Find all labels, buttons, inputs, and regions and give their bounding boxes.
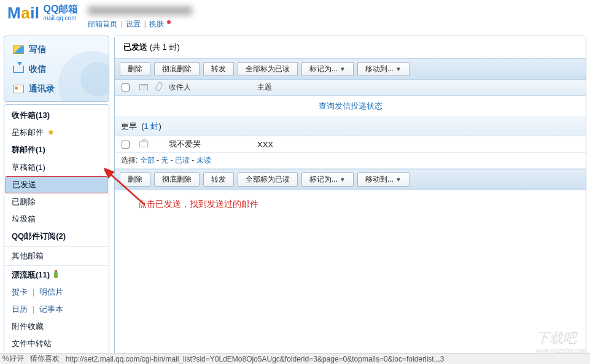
nav-sep: | [121,20,123,28]
sidebar-item-drafts[interactable]: 草稿箱(1) [4,159,109,176]
sidebar-item-drift[interactable]: 漂流瓶(11) [4,266,109,284]
star-icon: ★ [47,128,55,137]
chevron-down-icon: ▼ [340,176,346,183]
pipe-icon: | [33,304,34,314]
footer-url: http://set2.mail.qq.com/cgi-bin/mail_lis… [66,355,444,363]
footer-rating: %好评 [2,354,24,364]
nav-home[interactable]: 邮箱首页 [88,20,117,28]
sidebar-item-groupmail[interactable]: 群邮件(1) [4,141,109,158]
compose-icon [13,45,24,54]
delete-button[interactable]: 删除 [120,62,150,76]
sidebar-item-card-row: 贺卡 | 明信片 [4,284,109,301]
move-to-dropdown[interactable]: 移动到...▼ [357,62,410,76]
toolbar-top: 删除 彻底删除 转发 全部标为已读 标记为...▼ 移动到...▼ [115,58,586,80]
paperclip-icon [157,84,161,93]
sidebar-item-postcard[interactable]: 明信片 [39,287,63,296]
receive-link[interactable]: 收信 [4,60,109,79]
table-header: 收件人 主题 [115,80,586,96]
move-to-label: 移动到... [365,175,394,184]
header-right: 邮箱首页 | 设置 | 换肤 [88,4,192,29]
receive-icon [13,66,24,73]
delivery-status-row: 查询发信投递状态 [115,96,586,117]
row-checkbox[interactable] [122,141,130,149]
mark-all-read-button[interactable]: 全部标为已读 [238,172,298,187]
header-nav: 邮箱首页 | 设置 | 换肤 [88,19,192,29]
col-mail-icon [136,83,152,92]
nav-sep: | [144,20,146,28]
sidebar-item-file-transfer[interactable]: 文件中转站 [4,335,109,352]
toolbar-bottom: 删除 彻底删除 转发 全部标为已读 标记为...▼ 移动到...▼ [115,169,586,190]
row-recipient: 我不爱哭 [166,139,255,150]
logo-stack: QQ邮箱 mail.qq.com [44,4,79,22]
drift-label: 漂流瓶(11) [12,270,50,279]
bottle-icon [54,272,58,278]
delivery-status-link[interactable]: 查询发信投递状态 [319,101,382,110]
sidebar-item-sent[interactable]: 已发送 [6,176,107,193]
sidebar-item-notes[interactable]: 记事本 [39,304,63,314]
hard-delete-button[interactable]: 彻底删除 [154,62,200,76]
section-earlier-label: 更早 [121,122,137,131]
mark-all-read-button[interactable]: 全部标为已读 [238,62,298,76]
select-unread[interactable]: 未读 [196,156,211,165]
select-all-checkbox[interactable] [122,83,130,91]
row-subject: XXX [255,140,586,149]
sidebar-item-starred[interactable]: 星标邮件 ★ [4,124,109,141]
hard-delete-button[interactable]: 彻底删除 [154,172,200,187]
logo-mail-text: Mail [7,5,40,21]
compose-label: 写信 [29,44,46,55]
move-to-label: 移动到... [365,64,394,73]
section-earlier: 更早 (1 封) [115,117,586,136]
select-none[interactable]: 无 [161,156,168,165]
col-attachment-icon [152,82,166,93]
user-blur [88,6,192,15]
page-title-name: 已发送 [123,42,147,52]
chevron-down-icon: ▼ [395,176,402,183]
status-bar: %好评 猜你喜欢 http://set2.mail.qq.com/cgi-bin… [0,353,590,364]
select-read[interactable]: 已读 [175,156,190,165]
table-row[interactable]: 我不爱哭 XXX [115,136,586,152]
mark-as-dropdown[interactable]: 标记为...▼ [301,62,354,76]
forward-button[interactable]: 转发 [203,62,234,76]
nav-skin[interactable]: 换肤 [149,20,164,28]
mark-as-label: 标记为... [309,64,338,73]
chevron-down-icon: ▼ [395,66,402,72]
user-info [88,6,192,16]
sidebar: 写信 收信 通讯录 收件箱(13) 星标邮件 ★ 群邮件(1) 草稿箱(1) 已… [4,36,109,364]
select-label: 选择: [121,156,138,165]
envelope-open-icon [139,141,148,147]
move-to-dropdown[interactable]: 移动到...▼ [357,172,410,187]
col-subject: 主题 [255,82,586,93]
sidebar-item-inbox[interactable]: 收件箱(13) [4,107,109,124]
sidebar-item-trash[interactable]: 垃圾箱 [4,211,109,228]
pipe-icon: | [33,287,34,296]
forward-button[interactable]: 转发 [203,172,234,187]
section-earlier-count[interactable]: 1 封 [144,122,159,131]
compose-link[interactable]: 写信 [4,40,109,60]
page-title-count: (共 1 封) [150,42,180,52]
brand-cn: QQ邮箱 [44,4,79,15]
sidebar-folders: 收件箱(13) 星标邮件 ★ 群邮件(1) 草稿箱(1) 已发送 已删除 垃圾箱… [4,104,109,364]
logo: Mail QQ邮箱 mail.qq.com [7,4,78,22]
footer-guess-link[interactable]: 猜你喜欢 [30,354,60,364]
envelope-icon [139,84,148,90]
brand-en: mail.qq.com [44,15,79,22]
contacts-label: 通讯录 [29,83,55,95]
col-recipient: 收件人 [166,82,255,93]
nav-settings[interactable]: 设置 [126,20,141,28]
select-all[interactable]: 全部 [140,156,155,165]
sidebar-item-attach-fav[interactable]: 附件收藏 [4,318,109,335]
starred-label: 星标邮件 [12,128,44,137]
sidebar-item-card[interactable]: 贺卡 [12,287,28,296]
receive-label: 收信 [29,64,46,75]
sidebar-item-subscribe[interactable]: QQ邮件订阅(2) [4,228,109,245]
sidebar-top-panel: 写信 收信 通讯录 [4,36,109,102]
page-title: 已发送 (共 1 封) [115,36,586,58]
sidebar-item-calendar[interactable]: 日历 [12,304,28,314]
contacts-link[interactable]: 通讯录 [4,79,109,99]
sidebar-item-cal-row: 日历 | 记事本 [4,301,109,318]
select-row: 选择: 全部 - 无 - 已读 - 未读 [115,152,586,169]
sidebar-item-deleted[interactable]: 已删除 [4,193,109,211]
sidebar-item-othermail[interactable]: 其他邮箱 [4,247,109,265]
mark-as-dropdown[interactable]: 标记为...▼ [301,172,354,187]
delete-button[interactable]: 删除 [120,172,150,187]
